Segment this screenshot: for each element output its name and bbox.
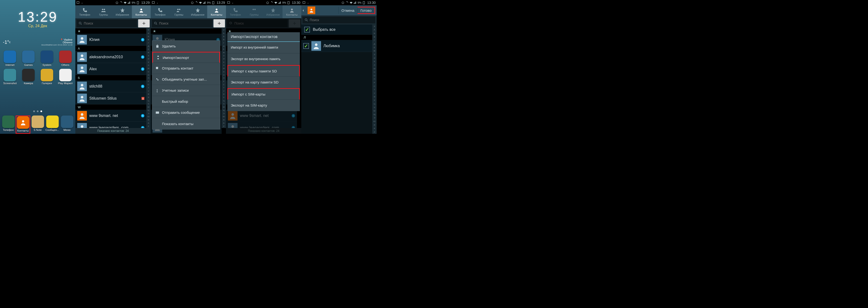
search-input[interactable] (76, 19, 137, 27)
index-letter[interactable]: Ч (146, 103, 151, 105)
dock-меню[interactable]: Меню (60, 116, 74, 134)
add-contact-button[interactable]: + (138, 19, 150, 27)
index-letter[interactable]: Ш (372, 110, 377, 112)
index-letter[interactable]: И (146, 58, 151, 60)
select-list[interactable]: ✓ Выбрать все Л ✓ Любимка (301, 25, 372, 134)
index-letter[interactable]: Э (146, 112, 151, 115)
index-letter[interactable]: О (372, 74, 377, 77)
index-letter[interactable]: Щ (222, 109, 226, 112)
index-letter[interactable]: Ф (372, 96, 377, 98)
tab-groups[interactable]: Группы (169, 5, 188, 18)
index-letter[interactable]: В (146, 38, 151, 41)
index-scrollbar[interactable]: #АБВГДЕЖЗИКЛМНОПРСТУФХЦЧШЩЭЮЯAZ (222, 28, 226, 128)
contact-row[interactable]: www leanaorders. comS (226, 122, 297, 128)
index-letter[interactable]: Z (146, 125, 151, 127)
index-letter[interactable]: Г (222, 42, 226, 44)
index-letter[interactable]: Н (222, 71, 226, 73)
menu-item[interactable]: Объединить учетные зап... (152, 74, 220, 85)
index-letter[interactable]: У (222, 90, 226, 92)
contact-row[interactable]: stilch88S (75, 80, 146, 92)
index-letter[interactable]: Ц (222, 100, 226, 102)
index-letter[interactable]: Х (146, 96, 151, 98)
index-scrollbar[interactable]: #АБВГДЕЖЗИКЛМНОПРСТУФХЦЧШЩЭЮЯAZ (372, 25, 377, 134)
menu-item[interactable]: Удалить (152, 41, 220, 52)
page-indicator[interactable] (0, 111, 75, 112)
add-contact-button[interactable]: + (213, 19, 225, 27)
index-letter[interactable]: A (372, 127, 377, 129)
index-letter[interactable]: Т (146, 87, 151, 89)
search-input[interactable] (302, 17, 376, 24)
index-letter[interactable]: # (222, 29, 226, 31)
app-others[interactable]: Others (57, 51, 74, 66)
index-letter[interactable]: Т (372, 89, 377, 91)
menu-item[interactable]: Быстрый набор (152, 96, 220, 107)
index-letter[interactable]: И (222, 58, 226, 60)
index-letter[interactable]: Р (146, 80, 151, 83)
contact-row[interactable]: aleksandrovna2010S (75, 51, 146, 63)
index-letter[interactable]: Г (146, 42, 151, 44)
index-letter[interactable]: С (146, 84, 151, 86)
index-letter[interactable]: A (222, 122, 226, 124)
index-letter[interactable]: А (222, 32, 226, 34)
contact-row[interactable]: ЮлияS (75, 34, 146, 46)
index-letter[interactable]: Ж (146, 52, 151, 54)
dock-сообщен...[interactable]: Сообщен... (45, 116, 60, 134)
app-play маркет[interactable]: Play Маркет (57, 69, 74, 85)
search-field[interactable] (84, 22, 135, 25)
index-letter[interactable]: A (146, 122, 151, 124)
index-letter[interactable]: Х (372, 99, 377, 101)
index-letter[interactable]: Ж (372, 50, 377, 52)
menu-item[interactable]: Учетные записи (152, 85, 220, 96)
index-letter[interactable]: Я (222, 119, 226, 121)
tab-phone[interactable]: Телефон (75, 5, 94, 18)
index-letter[interactable]: З (146, 55, 151, 57)
search-field[interactable] (310, 18, 373, 22)
weather-widget[interactable]: -1° c 📍 Vladimir Облачно AccuWeather.com… (3, 37, 72, 47)
index-scrollbar[interactable]: #АБВГДЕЖЗИКЛМНОПРСТУФХЦЧШЩЭЮЯAZ (146, 28, 151, 128)
index-letter[interactable]: П (146, 77, 151, 79)
app-system[interactable]: System (38, 51, 56, 66)
index-letter[interactable]: М (372, 68, 377, 70)
index-letter[interactable]: Д (146, 45, 151, 47)
menu-item[interactable]: Импорт/экспорт (152, 52, 220, 63)
tab-contacts[interactable]: Контакты (132, 5, 151, 18)
index-letter[interactable]: П (372, 78, 377, 80)
index-letter[interactable]: А (372, 29, 377, 31)
tab-favorites[interactable]: Избранное (113, 5, 132, 18)
index-letter[interactable]: К (372, 60, 377, 63)
contact-row[interactable]: ✓ Любимка (301, 40, 372, 52)
index-letter[interactable]: Ф (222, 93, 226, 95)
index-letter[interactable]: Д (372, 43, 377, 45)
index-letter[interactable]: У (372, 92, 377, 94)
dialog-option[interactable]: Экспорт на SIM-карту (227, 100, 300, 111)
done-button[interactable]: Готово (358, 7, 375, 14)
index-letter[interactable]: Ц (146, 100, 151, 102)
index-letter[interactable]: Е (222, 48, 226, 50)
index-letter[interactable]: Ц (372, 103, 377, 105)
index-letter[interactable]: Ф (146, 93, 151, 95)
index-letter[interactable]: Э (372, 117, 377, 119)
index-letter[interactable]: Z (372, 131, 377, 133)
index-letter[interactable]: Р (222, 80, 226, 83)
select-all-checkbox[interactable]: ✓ (304, 27, 310, 32)
index-letter[interactable]: В (372, 36, 377, 38)
search-input[interactable] (152, 19, 213, 27)
contact-row[interactable]: Stilusmen Stilusg (75, 92, 146, 104)
index-letter[interactable]: # (146, 29, 151, 31)
index-letter[interactable]: Л (372, 64, 377, 66)
back-button[interactable]: ‹ (303, 7, 306, 14)
index-letter[interactable]: Ю (372, 120, 377, 122)
index-letter[interactable]: И (372, 57, 377, 59)
index-letter[interactable]: Г (372, 39, 377, 41)
index-letter[interactable]: Ш (146, 106, 151, 108)
cancel-button[interactable]: Отмена (338, 7, 358, 14)
tab-favorites[interactable]: Избранное (188, 5, 207, 18)
index-letter[interactable]: Я (372, 124, 377, 126)
index-letter[interactable]: К (146, 61, 151, 63)
dialog-option[interactable]: Импорт с SIM-карты (227, 88, 300, 100)
index-letter[interactable]: Э (222, 112, 226, 115)
index-letter[interactable]: М (222, 67, 226, 69)
index-letter[interactable]: Е (146, 48, 151, 50)
app-галерея[interactable]: Галерея (38, 69, 56, 85)
tab-phone[interactable]: Телефон (151, 5, 169, 18)
